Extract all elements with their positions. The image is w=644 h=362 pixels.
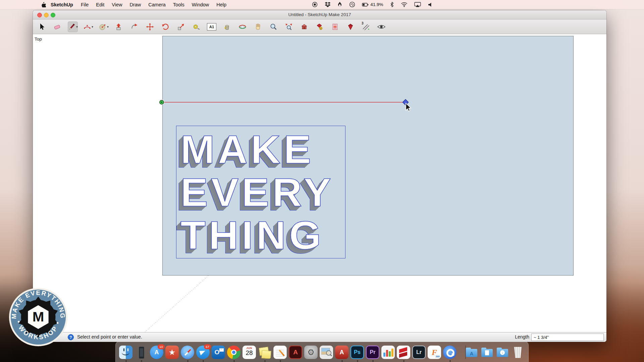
arc-tool[interactable]: ▾ xyxy=(83,21,93,32)
dock-acrobat[interactable]: A xyxy=(289,346,303,359)
flame-icon[interactable] xyxy=(337,0,342,9)
photoshop-running-indicator xyxy=(357,360,358,362)
paint-bucket-tool[interactable] xyxy=(222,21,232,32)
status-message: Select end point or enter value. xyxy=(77,334,142,340)
battery-percent: 41.9% xyxy=(370,2,383,7)
dock-photoshop[interactable]: Ps xyxy=(351,346,364,359)
dock-folder-docs[interactable] xyxy=(480,346,494,359)
status-bar: ? Select end point or enter value. Lengt… xyxy=(33,332,606,342)
zoom-extents-tool[interactable] xyxy=(284,21,294,32)
dock-calendar[interactable]: JUN28 xyxy=(243,346,256,359)
dock-folder-apps[interactable]: A xyxy=(465,346,479,359)
dock-lightroom[interactable]: Lr xyxy=(412,346,426,359)
dock-device[interactable] xyxy=(135,346,148,359)
dock-quicktime[interactable] xyxy=(443,346,457,359)
fusion-icon: F360 xyxy=(428,346,441,359)
premiere-running-indicator xyxy=(372,360,374,362)
dock-pages[interactable] xyxy=(273,346,287,359)
apple-menu[interactable] xyxy=(41,2,46,7)
text-tool[interactable]: A1 xyxy=(207,21,217,32)
move-tool[interactable] xyxy=(145,21,155,32)
dock-wunderlist[interactable]: ★ xyxy=(165,346,179,359)
dock-sketchup[interactable] xyxy=(397,346,411,359)
sketchup-window: Untitled - SketchUp Make 2017 ▾ ▾ ▾ xyxy=(33,10,606,342)
volume-icon[interactable] xyxy=(428,0,433,9)
circle-icon xyxy=(99,23,107,31)
length-label: Length xyxy=(515,334,529,340)
menu-view[interactable]: View xyxy=(108,2,126,7)
rotate-icon xyxy=(161,23,169,31)
menu-app-name[interactable]: SketchUp xyxy=(51,2,73,7)
dock-autocad[interactable]: A xyxy=(335,346,349,359)
calendar-icon: JUN28 xyxy=(243,346,256,359)
dock-fusion[interactable]: F360 xyxy=(428,346,441,359)
3d-text-selection[interactable]: MAKE EVERY THING xyxy=(176,126,345,258)
menu-help[interactable]: Help xyxy=(213,2,230,7)
select-tool[interactable] xyxy=(37,21,47,32)
dock-outlook[interactable]: O xyxy=(212,346,225,359)
menu-bar-left: SketchUp File Edit View Draw Camera Tool… xyxy=(0,2,230,7)
menu-draw[interactable]: Draw xyxy=(126,2,145,7)
scale-tool[interactable] xyxy=(176,21,186,32)
orbit-tool[interactable] xyxy=(237,21,248,32)
dock-appstore[interactable]: A10 xyxy=(150,346,164,359)
pan-tool[interactable] xyxy=(253,21,263,32)
paint-bucket-icon xyxy=(223,23,231,31)
creative-cloud-icon[interactable] xyxy=(349,0,355,9)
finder-running-indicator xyxy=(125,360,127,362)
folder-apps-glyph: A xyxy=(465,351,478,356)
menu-file[interactable]: File xyxy=(77,2,92,7)
dock: A10★67OJUN28A⚙APsPrLrF360A↓ xyxy=(115,342,529,362)
dock-numbers[interactable] xyxy=(381,346,395,359)
autocad-running-indicator xyxy=(341,360,343,362)
preview-icon xyxy=(320,346,333,359)
dock-safari[interactable] xyxy=(181,346,195,359)
menu-edit[interactable]: Edit xyxy=(92,2,108,7)
drawing-canvas[interactable]: Top MAKE EVERY THING xyxy=(33,34,606,332)
menu-tools[interactable]: Tools xyxy=(169,2,188,7)
rotate-tool[interactable] xyxy=(160,21,170,32)
airplay-icon[interactable] xyxy=(414,0,421,9)
dimensions-tool[interactable]: 3 xyxy=(361,21,371,32)
push-pull-tool[interactable] xyxy=(114,21,124,32)
battery-indicator[interactable]: 41.9% xyxy=(362,0,383,9)
3d-text-line-1: MAKE xyxy=(180,128,352,171)
dropbox-icon[interactable] xyxy=(325,0,331,9)
extension-warehouse-tool[interactable] xyxy=(315,21,325,32)
eraser-tool[interactable] xyxy=(52,21,62,32)
wifi-icon[interactable] xyxy=(401,0,408,9)
dock-premiere[interactable]: Pr xyxy=(366,346,380,359)
menu-window[interactable]: Window xyxy=(188,2,213,7)
dock-stickies[interactable] xyxy=(258,346,272,359)
chrome-icon xyxy=(227,346,240,359)
styles-tool[interactable] xyxy=(376,21,386,32)
folder-apps-icon: A xyxy=(465,346,478,359)
dock-trash[interactable] xyxy=(511,346,525,359)
length-input[interactable] xyxy=(531,334,604,341)
dock-folder-downloads[interactable]: ↓ xyxy=(496,346,509,359)
dock-preview[interactable] xyxy=(320,346,333,359)
ruby-console-tool[interactable] xyxy=(345,21,356,32)
line-tool[interactable]: ▾ xyxy=(68,21,78,32)
tape-measure-tool[interactable] xyxy=(191,21,201,32)
battery-icon xyxy=(362,2,369,7)
3d-warehouse-tool[interactable] xyxy=(299,21,309,32)
layout-tool[interactable] xyxy=(330,21,340,32)
help-icon[interactable]: ? xyxy=(68,334,74,340)
make-everything-workshop-logo: M MAKE EVERYTHING • WORKSHOP • xyxy=(8,287,68,347)
zoom-tool[interactable] xyxy=(268,21,278,32)
follow-me-tool[interactable] xyxy=(129,21,140,32)
dock-airmail[interactable]: 67 xyxy=(196,346,210,359)
text-tool-label: A1 xyxy=(207,23,216,31)
shapes-tool[interactable]: ▾ xyxy=(99,21,109,32)
toolbar: ▾ ▾ ▾ xyxy=(33,19,606,34)
dock-sysprefs[interactable]: ⚙ xyxy=(304,346,318,359)
dock-finder[interactable] xyxy=(119,346,133,359)
screen-record-icon[interactable] xyxy=(312,0,318,9)
bluetooth-icon[interactable] xyxy=(390,0,394,9)
orbit-icon xyxy=(238,23,247,31)
title-bar[interactable]: Untitled - SketchUp Make 2017 xyxy=(33,10,606,19)
sysprefs-glyph: ⚙ xyxy=(304,348,318,357)
dock-chrome[interactable] xyxy=(227,346,241,359)
menu-camera[interactable]: Camera xyxy=(145,2,169,7)
